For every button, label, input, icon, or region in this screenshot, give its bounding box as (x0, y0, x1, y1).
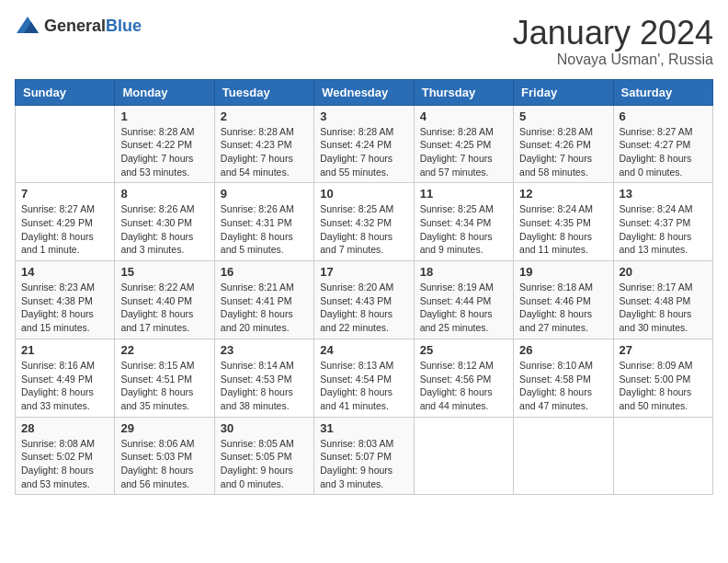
day-info: Sunrise: 8:21 AM Sunset: 4:41 PM Dayligh… (221, 281, 308, 335)
calendar-cell: 8Sunrise: 8:26 AM Sunset: 4:30 PM Daylig… (115, 183, 214, 261)
day-number: 21 (21, 343, 108, 357)
calendar-cell: 2Sunrise: 8:28 AM Sunset: 4:23 PM Daylig… (214, 105, 313, 183)
day-number: 13 (620, 187, 707, 201)
logo-general: General (44, 17, 106, 35)
day-info: Sunrise: 8:06 AM Sunset: 5:03 PM Dayligh… (120, 437, 208, 491)
calendar-cell: 30Sunrise: 8:05 AM Sunset: 5:05 PM Dayli… (214, 417, 313, 495)
logo-icon (15, 15, 40, 37)
day-number: 30 (221, 421, 308, 435)
day-info: Sunrise: 8:20 AM Sunset: 4:43 PM Dayligh… (320, 281, 407, 335)
day-number: 3 (320, 109, 407, 123)
day-info: Sunrise: 8:17 AM Sunset: 4:48 PM Dayligh… (620, 281, 707, 335)
calendar-cell: 21Sunrise: 8:16 AM Sunset: 4:49 PM Dayli… (16, 339, 115, 417)
day-info: Sunrise: 8:27 AM Sunset: 4:29 PM Dayligh… (21, 202, 108, 257)
weekday-header-friday: Friday (514, 79, 613, 105)
day-number: 16 (221, 265, 308, 279)
day-number: 31 (320, 421, 407, 435)
day-number: 15 (120, 265, 208, 279)
weekday-header-wednesday: Wednesday (314, 79, 414, 105)
day-number: 4 (420, 109, 507, 123)
weekday-header-monday: Monday (115, 79, 214, 105)
calendar-cell: 23Sunrise: 8:14 AM Sunset: 4:53 PM Dayli… (214, 339, 313, 417)
day-info: Sunrise: 8:24 AM Sunset: 4:35 PM Dayligh… (519, 202, 607, 257)
calendar-cell: 17Sunrise: 8:20 AM Sunset: 4:43 PM Dayli… (314, 261, 414, 339)
title-area: January 2024 Novaya Usman', Russia (513, 15, 713, 68)
day-number: 28 (21, 421, 108, 435)
day-number: 7 (21, 187, 108, 201)
day-info: Sunrise: 8:28 AM Sunset: 4:24 PM Dayligh… (320, 125, 407, 179)
calendar-cell: 1Sunrise: 8:28 AM Sunset: 4:22 PM Daylig… (115, 105, 214, 183)
day-number: 9 (221, 187, 308, 201)
day-info: Sunrise: 8:05 AM Sunset: 5:05 PM Dayligh… (221, 437, 308, 491)
weekday-header-saturday: Saturday (613, 79, 712, 105)
day-info: Sunrise: 8:25 AM Sunset: 4:32 PM Dayligh… (320, 202, 407, 257)
calendar-cell: 16Sunrise: 8:21 AM Sunset: 4:41 PM Dayli… (214, 261, 313, 339)
calendar-cell: 4Sunrise: 8:28 AM Sunset: 4:25 PM Daylig… (414, 105, 513, 183)
calendar-cell (514, 417, 613, 495)
day-info: Sunrise: 8:16 AM Sunset: 4:49 PM Dayligh… (21, 359, 108, 413)
week-row-4: 28Sunrise: 8:08 AM Sunset: 5:02 PM Dayli… (16, 417, 713, 495)
calendar-cell: 28Sunrise: 8:08 AM Sunset: 5:02 PM Dayli… (16, 417, 115, 495)
calendar: SundayMondayTuesdayWednesdayThursdayFrid… (15, 79, 713, 496)
calendar-cell: 14Sunrise: 8:23 AM Sunset: 4:38 PM Dayli… (16, 261, 115, 339)
day-number: 10 (320, 187, 407, 201)
calendar-cell: 22Sunrise: 8:15 AM Sunset: 4:51 PM Dayli… (115, 339, 214, 417)
day-number: 5 (519, 109, 607, 123)
day-number: 1 (120, 109, 208, 123)
day-number: 12 (519, 187, 607, 201)
calendar-cell: 20Sunrise: 8:17 AM Sunset: 4:48 PM Dayli… (613, 261, 712, 339)
weekday-header-sunday: Sunday (16, 79, 115, 105)
calendar-cell: 29Sunrise: 8:06 AM Sunset: 5:03 PM Dayli… (115, 417, 214, 495)
day-number: 11 (420, 187, 507, 201)
week-row-0: 1Sunrise: 8:28 AM Sunset: 4:22 PM Daylig… (16, 105, 713, 183)
day-info: Sunrise: 8:26 AM Sunset: 4:31 PM Dayligh… (221, 202, 308, 257)
day-number: 22 (120, 343, 208, 357)
calendar-cell: 24Sunrise: 8:13 AM Sunset: 4:54 PM Dayli… (314, 339, 414, 417)
day-number: 25 (420, 343, 507, 357)
day-number: 2 (221, 109, 308, 123)
day-number: 6 (620, 109, 707, 123)
day-info: Sunrise: 8:10 AM Sunset: 4:58 PM Dayligh… (519, 359, 607, 413)
weekday-header-row: SundayMondayTuesdayWednesdayThursdayFrid… (16, 79, 713, 105)
day-number: 29 (120, 421, 208, 435)
day-info: Sunrise: 8:25 AM Sunset: 4:34 PM Dayligh… (420, 202, 507, 257)
subtitle: Novaya Usman', Russia (513, 52, 713, 68)
day-info: Sunrise: 8:23 AM Sunset: 4:38 PM Dayligh… (21, 281, 108, 335)
calendar-cell: 5Sunrise: 8:28 AM Sunset: 4:26 PM Daylig… (514, 105, 613, 183)
day-info: Sunrise: 8:19 AM Sunset: 4:44 PM Dayligh… (420, 281, 507, 335)
calendar-cell (16, 105, 115, 183)
day-number: 24 (320, 343, 407, 357)
calendar-cell: 26Sunrise: 8:10 AM Sunset: 4:58 PM Dayli… (514, 339, 613, 417)
logo-blue: Blue (106, 17, 142, 35)
day-info: Sunrise: 8:28 AM Sunset: 4:23 PM Dayligh… (221, 125, 308, 179)
calendar-cell: 31Sunrise: 8:03 AM Sunset: 5:07 PM Dayli… (314, 417, 414, 495)
week-row-1: 7Sunrise: 8:27 AM Sunset: 4:29 PM Daylig… (16, 183, 713, 261)
day-info: Sunrise: 8:28 AM Sunset: 4:22 PM Dayligh… (120, 125, 208, 179)
day-info: Sunrise: 8:09 AM Sunset: 5:00 PM Dayligh… (620, 359, 707, 413)
calendar-cell: 6Sunrise: 8:27 AM Sunset: 4:27 PM Daylig… (613, 105, 712, 183)
main-title: January 2024 (513, 15, 713, 52)
week-row-3: 21Sunrise: 8:16 AM Sunset: 4:49 PM Dayli… (16, 339, 713, 417)
calendar-cell: 3Sunrise: 8:28 AM Sunset: 4:24 PM Daylig… (314, 105, 414, 183)
day-info: Sunrise: 8:28 AM Sunset: 4:25 PM Dayligh… (420, 125, 507, 179)
week-row-2: 14Sunrise: 8:23 AM Sunset: 4:38 PM Dayli… (16, 261, 713, 339)
calendar-cell (414, 417, 513, 495)
calendar-cell: 25Sunrise: 8:12 AM Sunset: 4:56 PM Dayli… (414, 339, 513, 417)
day-info: Sunrise: 8:12 AM Sunset: 4:56 PM Dayligh… (420, 359, 507, 413)
day-info: Sunrise: 8:24 AM Sunset: 4:37 PM Dayligh… (620, 202, 707, 257)
calendar-cell: 10Sunrise: 8:25 AM Sunset: 4:32 PM Dayli… (314, 183, 414, 261)
day-number: 17 (320, 265, 407, 279)
calendar-cell (613, 417, 712, 495)
day-number: 23 (221, 343, 308, 357)
day-number: 14 (21, 265, 108, 279)
calendar-cell: 13Sunrise: 8:24 AM Sunset: 4:37 PM Dayli… (613, 183, 712, 261)
day-info: Sunrise: 8:14 AM Sunset: 4:53 PM Dayligh… (221, 359, 308, 413)
day-number: 26 (519, 343, 607, 357)
day-info: Sunrise: 8:28 AM Sunset: 4:26 PM Dayligh… (519, 125, 607, 179)
day-info: Sunrise: 8:22 AM Sunset: 4:40 PM Dayligh… (120, 281, 208, 335)
logo: GeneralBlue (15, 15, 142, 37)
weekday-header-tuesday: Tuesday (214, 79, 313, 105)
header: GeneralBlue January 2024 Novaya Usman', … (15, 15, 713, 68)
day-number: 27 (620, 343, 707, 357)
calendar-cell: 7Sunrise: 8:27 AM Sunset: 4:29 PM Daylig… (16, 183, 115, 261)
